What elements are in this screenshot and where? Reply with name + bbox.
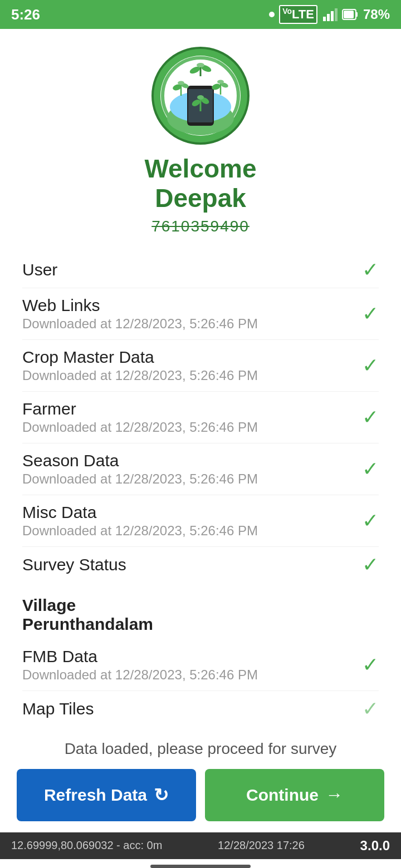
item-subtitle: Downloaded at 12/28/2023, 5:26:46 PM — [22, 667, 258, 683]
check-icon: ✓ — [362, 260, 379, 280]
item-subtitle: Downloaded at 12/28/2023, 5:26:46 PM — [22, 368, 258, 383]
check-icon: ✓ — [362, 655, 379, 675]
list-item: Season Data Downloaded at 12/28/2023, 5:… — [22, 443, 379, 495]
home-bar — [150, 865, 251, 868]
svg-rect-0 — [323, 17, 326, 21]
check-icon: ✓ — [362, 459, 379, 479]
check-icon: ✓ — [362, 511, 379, 531]
phone-number: 7610359490 — [151, 218, 250, 235]
main-content: Welcome Deepak 7610359490 User ✓ Web Lin… — [0, 29, 401, 832]
svg-rect-2 — [331, 11, 334, 21]
refresh-icon: ↻ — [154, 785, 169, 806]
coordinates-text: 12.69999,80.069032 - acc: 0m — [11, 839, 162, 852]
refresh-label: Refresh Data — [44, 786, 147, 805]
bottom-bar: 12.69999,80.069032 - acc: 0m 12/28/2023 … — [0, 832, 401, 859]
item-subtitle: Downloaded at 12/28/2023, 5:26:46 PM — [22, 471, 258, 487]
check-icon: ✓ — [362, 407, 379, 427]
check-icon: ✓ — [362, 555, 379, 575]
app-logo — [150, 46, 251, 146]
item-subtitle: Downloaded at 12/28/2023, 5:26:46 PM — [22, 420, 258, 435]
status-time: 5:26 — [11, 6, 40, 23]
svg-point-29 — [197, 63, 204, 67]
status-icons: VoLTE 78% — [269, 5, 390, 23]
item-title: Web Links — [22, 296, 258, 315]
svg-point-17 — [197, 95, 204, 100]
lte-icon: VoLTE — [279, 5, 317, 23]
item-title: Season Data — [22, 451, 258, 470]
button-row: Refresh Data ↻ Continue → — [0, 763, 401, 832]
continue-label: Continue — [246, 786, 319, 805]
item-title: FMB Data — [22, 647, 258, 666]
item-title: Farmer — [22, 400, 258, 418]
battery-icon — [342, 7, 359, 22]
item-title: Map Tiles — [22, 699, 94, 718]
arrow-right-icon: → — [325, 785, 343, 805]
svg-rect-1 — [327, 14, 330, 21]
svg-point-25 — [217, 80, 224, 84]
check-icon: ✓ — [362, 356, 379, 376]
item-subtitle: Downloaded at 12/28/2023, 5:26:46 PM — [22, 316, 258, 332]
home-indicator — [0, 859, 401, 868]
item-title: Survey Status — [22, 555, 126, 574]
logo-area: Welcome Deepak 7610359490 — [0, 29, 401, 246]
item-title: Misc Data — [22, 503, 258, 522]
continue-button[interactable]: Continue → — [205, 769, 384, 821]
svg-rect-3 — [335, 8, 338, 21]
refresh-data-button[interactable]: Refresh Data ↻ — [17, 769, 196, 821]
village-section: Village Perunthandalam FMB Data Download… — [0, 588, 401, 729]
village-label: Village — [22, 596, 379, 615]
village-name: Perunthandalam — [22, 615, 379, 634]
user-name: Deepak — [155, 183, 246, 213]
version-text: 3.0.0 — [360, 838, 390, 854]
svg-rect-6 — [344, 11, 354, 18]
battery-percent: 78% — [363, 7, 390, 22]
list-item: Misc Data Downloaded at 12/28/2023, 5:26… — [22, 495, 379, 547]
datetime-text: 12/28/2023 17:26 — [218, 839, 305, 852]
list-item: User ✓ — [22, 252, 379, 288]
item-title: Crop Master Data — [22, 348, 258, 367]
data-loaded-message: Data loaded, please proceed for survey — [0, 729, 401, 763]
check-icon: ✓ — [362, 699, 379, 719]
item-subtitle: Downloaded at 12/28/2023, 5:26:46 PM — [22, 523, 258, 539]
list-item: Farmer Downloaded at 12/28/2023, 5:26:46… — [22, 392, 379, 443]
list-item: Web Links Downloaded at 12/28/2023, 5:26… — [22, 288, 379, 340]
svg-rect-5 — [356, 12, 358, 17]
svg-point-21 — [178, 81, 184, 85]
status-list: User ✓ Web Links Downloaded at 12/28/202… — [0, 246, 401, 588]
list-item: FMB Data Downloaded at 12/28/2023, 5:26:… — [22, 639, 379, 691]
list-item: Crop Master Data Downloaded at 12/28/202… — [22, 340, 379, 392]
welcome-label: Welcome — [144, 155, 256, 183]
check-icon: ✓ — [362, 304, 379, 324]
list-item: Survey Status ✓ — [22, 547, 379, 583]
item-title: User — [22, 260, 57, 279]
signal-icon — [322, 7, 338, 22]
list-item: Map Tiles ✓ — [22, 691, 379, 727]
status-dot-icon — [269, 12, 275, 17]
status-bar: 5:26 VoLTE 78% — [0, 0, 401, 29]
